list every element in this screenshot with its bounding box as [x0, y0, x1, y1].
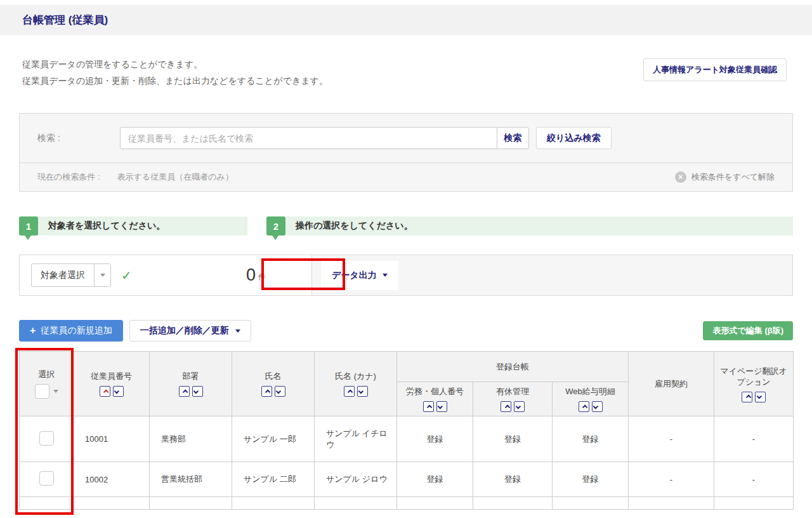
- sort-desc-icon[interactable]: [275, 386, 285, 397]
- header-contract: 雇用契約: [629, 352, 714, 416]
- header-name: 氏名: [232, 352, 315, 416]
- header-web-payslip: Web給与明細: [553, 382, 629, 416]
- sort-asc-icon[interactable]: [742, 392, 752, 402]
- sort-desc-icon[interactable]: [192, 386, 203, 397]
- sort-desc-icon[interactable]: [436, 401, 447, 412]
- search-panel: 検索 : 検索 絞り込み検索 現在の検索条件 : 表示する従業員（在職者のみ） …: [19, 113, 793, 192]
- cell-select: [20, 462, 74, 497]
- sort-asc-icon[interactable]: [179, 386, 190, 397]
- cell-name-kana: サンプル イチロウ: [315, 416, 397, 462]
- current-conditions-value: 表示する従業員（在職者のみ）: [117, 171, 233, 183]
- header-select: 選択: [20, 352, 74, 416]
- cell-employee-no: 10002: [74, 462, 150, 497]
- header-mypage-translation: マイページ翻訳オプション: [714, 352, 794, 416]
- search-input[interactable]: [120, 127, 497, 149]
- bulk-actions-label: 一括追加／削除／更新: [140, 325, 229, 336]
- sort-asc-icon[interactable]: [579, 401, 589, 412]
- sort-buttons: [100, 386, 124, 397]
- cell-department: 業務部: [150, 416, 232, 462]
- sort-desc-icon[interactable]: [514, 401, 525, 412]
- plus-icon: [30, 325, 36, 336]
- page-title: 台帳管理 (従業員): [22, 13, 108, 27]
- advanced-filter-button[interactable]: 絞り込み検索: [536, 127, 612, 149]
- row-checkbox[interactable]: [39, 431, 54, 446]
- cell-leave: 登録: [473, 462, 553, 497]
- step-1-banner: 1 対象者を選択してください。: [19, 216, 247, 236]
- description-line: 従業員データの管理をすることができます。: [22, 56, 328, 72]
- cell-select: [20, 416, 74, 462]
- target-select-label: 対象者選択: [32, 264, 94, 286]
- sort-buttons: [344, 386, 368, 397]
- sort-desc-icon[interactable]: [592, 401, 603, 412]
- search-button[interactable]: 検索: [497, 127, 529, 149]
- target-select-dropdown[interactable]: 対象者選択: [31, 263, 111, 287]
- selected-count: 0 件: [246, 267, 266, 284]
- sort-asc-icon[interactable]: [344, 386, 355, 397]
- cell-leave: 登録: [473, 416, 553, 462]
- selected-count-value: 0: [246, 267, 256, 284]
- header-register-group: 登録台帳: [397, 352, 629, 382]
- sort-buttons: [579, 401, 603, 412]
- header-name-kana: 氏名 (カナ): [315, 352, 397, 416]
- page-header: 台帳管理 (従業員): [0, 5, 812, 35]
- row-checkbox[interactable]: [39, 471, 54, 486]
- description-line: 従業員データの追加・更新・削除、または出力などをすることができます。: [22, 72, 328, 89]
- table-row: 10002 営業統括部 サンプル 二郎 サンプル ジロウ 登録 登録 登録 - …: [20, 462, 794, 497]
- cell-name: サンプル 一郎: [232, 416, 315, 462]
- page-description: 従業員データの管理をすることができます。 従業員データの追加・更新・削除、または…: [22, 56, 328, 89]
- sort-asc-icon[interactable]: [261, 386, 272, 397]
- cell-web-payslip: 登録: [553, 462, 629, 497]
- cell-contract: -: [629, 416, 714, 462]
- table-edit-beta-button[interactable]: 表形式で編集 (β版): [703, 321, 793, 340]
- cell-mypage: -: [714, 462, 794, 497]
- clear-icon[interactable]: [675, 171, 686, 183]
- sort-buttons: [179, 386, 203, 397]
- cell-mypage: -: [714, 416, 794, 462]
- cell-name: サンプル 二郎: [232, 462, 315, 497]
- cell-name-kana: サンプル ジロウ: [315, 462, 397, 497]
- add-employee-button[interactable]: 従業員の新規追加: [19, 320, 123, 342]
- sort-asc-icon[interactable]: [423, 401, 434, 412]
- current-conditions-label: 現在の検索条件 :: [37, 171, 100, 183]
- table-row: 10001 業務部 サンプル 一郎 サンプル イチロウ 登録 登録 登録 - -: [20, 416, 794, 462]
- add-employee-label: 従業員の新規追加: [41, 325, 112, 336]
- sort-desc-icon[interactable]: [113, 386, 124, 397]
- check-icon: ✓: [121, 268, 132, 283]
- step-1-text: 対象者を選択してください。: [48, 220, 165, 232]
- cell-department: 営業統括部: [150, 462, 232, 497]
- select-all-checkbox[interactable]: [35, 384, 49, 399]
- sort-buttons: [742, 392, 766, 402]
- selected-count-unit: 件: [258, 272, 266, 284]
- cell-web-payslip: 登録: [553, 416, 629, 462]
- search-label: 検索 :: [37, 133, 120, 144]
- sort-asc-icon[interactable]: [501, 401, 511, 412]
- chevron-down-icon: [235, 329, 240, 335]
- cell-labor-mynumber: 登録: [397, 462, 473, 497]
- step-2-number-badge: 2: [266, 216, 285, 236]
- chevron-down-icon: [383, 274, 388, 279]
- employee-table: 選択 従業員番号 部署: [19, 351, 794, 510]
- clear-all-label: 検索条件をすべて解除: [691, 171, 775, 183]
- hr-alert-check-button[interactable]: 人事情報アラート対象従業員確認: [643, 58, 787, 81]
- action-bar: 対象者選択 ✓ 0 件 データ出力: [19, 255, 793, 296]
- cell-employee-no: 10001: [74, 416, 150, 462]
- chevron-down-icon: [53, 390, 58, 395]
- header-labor-mynumber: 労務・個人番号: [397, 382, 473, 416]
- sort-asc-icon[interactable]: [100, 386, 110, 397]
- sort-desc-icon[interactable]: [755, 392, 766, 402]
- bulk-actions-dropdown[interactable]: 一括追加／削除／更新: [129, 320, 251, 342]
- data-export-dropdown[interactable]: データ出力: [321, 261, 398, 290]
- header-leave-management: 有休管理: [473, 382, 553, 416]
- sort-buttons: [423, 401, 447, 412]
- header-department: 部署: [150, 352, 232, 416]
- clear-all-conditions[interactable]: 検索条件をすべて解除: [675, 171, 775, 183]
- sort-buttons: [501, 401, 525, 412]
- step-2-text: 操作の選択をしてください。: [296, 220, 413, 232]
- chevron-down-icon: [94, 264, 110, 286]
- table-row: [20, 497, 794, 510]
- cell-contract: -: [629, 462, 714, 497]
- cell-labor-mynumber: 登録: [397, 416, 473, 462]
- step-2-banner: 2 操作の選択をしてください。: [266, 216, 793, 236]
- header-employee-no: 従業員番号: [74, 352, 150, 416]
- sort-desc-icon[interactable]: [357, 386, 368, 397]
